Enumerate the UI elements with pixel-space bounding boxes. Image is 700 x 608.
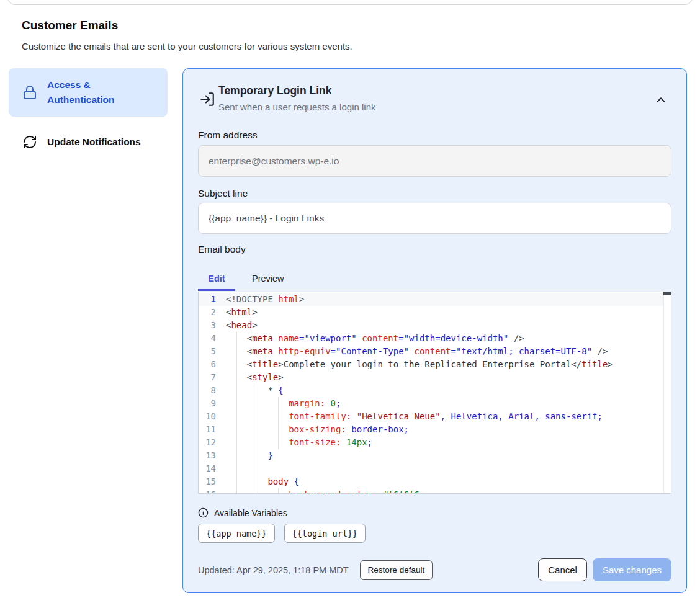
line-content: box-sizing: border-box;: [226, 423, 671, 436]
line-content: <meta name="viewport" content="width=dev…: [226, 332, 671, 345]
variable-chip[interactable]: {{login_url}}: [284, 524, 366, 543]
save-changes-button[interactable]: Save changes: [593, 558, 671, 581]
code-line[interactable]: 4 <meta name="viewport" content="width=d…: [199, 332, 671, 345]
line-number: 16: [199, 488, 216, 494]
line-number: 5: [199, 345, 216, 358]
code-line[interactable]: 15 body {: [199, 475, 671, 488]
refresh-icon: [22, 135, 37, 150]
variable-chips: {{app_name}}{{login_url}}: [198, 524, 366, 543]
line-content: <!DOCTYPE html>: [226, 293, 671, 306]
indent-guide: [236, 384, 237, 397]
from-address-input[interactable]: [198, 145, 671, 177]
line-number: 9: [199, 397, 216, 410]
page-subtitle: Customize the emails that are sent to yo…: [22, 41, 352, 51]
line-number: 2: [199, 306, 216, 319]
tab-edit[interactable]: Edit: [198, 267, 235, 290]
indent-guide: [236, 449, 237, 462]
sidebar: Access & AuthenticationUpdate Notificati…: [9, 68, 168, 157]
indent-guide: [278, 397, 279, 410]
indent-guide: [236, 462, 237, 475]
indent-guide: [278, 423, 279, 436]
indent-guide: [278, 436, 279, 449]
code-line[interactable]: 16 background-color: #f6f6f6;: [199, 488, 671, 494]
panel-footer: Updated: Apr 29, 2025, 1:18 PM MDT Resto…: [198, 558, 671, 581]
from-address-label: From address: [198, 130, 258, 141]
line-content: font-size: 14px;: [226, 436, 671, 449]
chevron-up-icon: [654, 93, 669, 107]
restore-default-button[interactable]: Restore default: [360, 560, 433, 580]
tab-preview[interactable]: Preview: [251, 267, 285, 290]
line-content: <title>Complete your login to the Replic…: [226, 358, 671, 371]
subject-line-input[interactable]: [198, 203, 671, 234]
indent-guide: [236, 358, 237, 371]
collapse-button[interactable]: [654, 92, 669, 107]
line-content: <head>: [226, 319, 671, 332]
line-content: * {: [226, 384, 671, 397]
indent-guide: [278, 488, 279, 494]
indent-guide: [258, 462, 258, 475]
sidebar-item-label: Access & Authentication: [47, 78, 159, 107]
page-title: Customer Emails: [22, 19, 118, 32]
log-in-icon: [199, 91, 215, 107]
code-line[interactable]: 7 <style>: [199, 371, 671, 384]
code-line[interactable]: 12 font-size: 14px;: [199, 436, 671, 449]
code-line[interactable]: 10 font-family: "Helvetica Neue", Helvet…: [199, 410, 671, 423]
code-editor[interactable]: 1<!DOCTYPE html>2<html>3<head>4 <meta na…: [198, 292, 671, 494]
line-number: 13: [199, 449, 216, 462]
indent-guide: [236, 488, 237, 494]
code-line[interactable]: 5 <meta http-equiv="Content-Type" conten…: [199, 345, 671, 358]
code-line[interactable]: 6 <title>Complete your login to the Repl…: [199, 358, 671, 371]
variable-chip[interactable]: {{app_name}}: [198, 524, 275, 543]
line-number: 11: [199, 423, 216, 436]
line-content: body {: [226, 475, 671, 488]
indent-guide: [258, 436, 258, 449]
code-line[interactable]: 3<head>: [199, 319, 671, 332]
line-content: margin: 0;: [226, 397, 671, 410]
code-line[interactable]: 1<!DOCTYPE html>: [199, 293, 671, 306]
indent-guide: [258, 397, 258, 410]
line-content: font-family: "Helvetica Neue", Helvetica…: [226, 410, 671, 423]
line-number: 14: [199, 462, 216, 475]
editor-scrollbar-thumb[interactable]: [663, 292, 671, 295]
line-number: 4: [199, 332, 216, 345]
indent-guide: [258, 423, 258, 436]
line-content: <html>: [226, 306, 671, 319]
indent-guide: [258, 410, 258, 423]
indent-guide: [258, 449, 258, 462]
sidebar-item-label: Update Notifications: [47, 135, 141, 150]
code-line[interactable]: 11 box-sizing: border-box;: [199, 423, 671, 436]
indent-guide: [236, 475, 237, 488]
lock-icon: [22, 85, 37, 100]
code-line[interactable]: 13 }: [199, 449, 671, 462]
indent-guide: [236, 436, 237, 449]
line-number: 12: [199, 436, 216, 449]
line-number: 8: [199, 384, 216, 397]
indent-guide: [236, 371, 237, 384]
code-line[interactable]: 8 * {: [199, 384, 671, 397]
info-icon: [198, 507, 209, 518]
editor-scrollbar[interactable]: [663, 292, 671, 493]
indent-guide: [258, 488, 258, 494]
email-body-label: Email body: [198, 244, 246, 255]
sidebar-item-update-notifications[interactable]: Update Notifications: [9, 127, 168, 157]
updated-timestamp: Updated: Apr 29, 2025, 1:18 PM MDT: [198, 565, 349, 575]
subject-line-label: Subject line: [198, 188, 248, 199]
indent-guide: [236, 332, 237, 345]
line-content: <meta http-equiv="Content-Type" content=…: [226, 345, 671, 358]
line-content: background-color: #f6f6f6;: [226, 488, 671, 494]
line-number: 3: [199, 319, 216, 332]
line-number: 7: [199, 371, 216, 384]
page: Customer Emails Customize the emails tha…: [0, 0, 700, 608]
line-number: 10: [199, 410, 216, 423]
indent-guide: [236, 423, 237, 436]
line-number: 1: [199, 293, 216, 306]
available-variables-label: Available Variables: [214, 508, 287, 518]
code-line[interactable]: 2<html>: [199, 306, 671, 319]
panel-subtitle: Sent when a user requests a login link: [218, 102, 375, 112]
cancel-button[interactable]: Cancel: [538, 558, 587, 581]
indent-guide: [258, 475, 258, 488]
email-template-panel: Temporary Login Link Sent when a user re…: [182, 68, 687, 593]
sidebar-item-access-authentication[interactable]: Access & Authentication: [9, 68, 168, 117]
code-line[interactable]: 14: [199, 462, 671, 475]
code-line[interactable]: 9 margin: 0;: [199, 397, 671, 410]
